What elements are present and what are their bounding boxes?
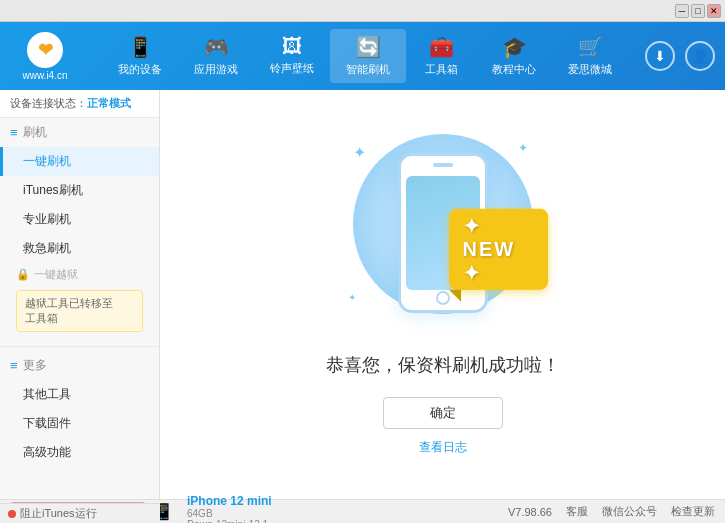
jailbreak-category: 🔒 一键越狱 bbox=[8, 263, 151, 286]
star-decoration-2: ✦ bbox=[518, 141, 528, 155]
wallpaper-icon: 🖼 bbox=[282, 35, 302, 58]
star-decoration-1: ✦ bbox=[353, 143, 366, 162]
maximize-button[interactable]: □ bbox=[691, 4, 705, 18]
more-category-label: 更多 bbox=[23, 357, 47, 374]
nav-tutorial[interactable]: 🎓 教程中心 bbox=[476, 29, 552, 83]
bottom-right: V7.98.66 客服 微信公众号 检查更新 bbox=[508, 504, 715, 519]
sidebar-section-flash: ≡ 刷机 一键刷机 iTunes刷机 专业刷机 救急刷机 bbox=[0, 118, 159, 263]
new-banner: ✦ NEW ✦ bbox=[449, 209, 548, 290]
download-button[interactable]: ⬇ bbox=[645, 41, 675, 71]
sidebar-item-advanced[interactable]: 高级功能 bbox=[0, 438, 159, 467]
nav-my-device[interactable]: 📱 我的设备 bbox=[102, 29, 178, 83]
my-device-icon: 📱 bbox=[128, 35, 153, 59]
sidebar-item-itunes-flash[interactable]: iTunes刷机 bbox=[0, 176, 159, 205]
close-button[interactable]: ✕ bbox=[707, 4, 721, 18]
itunes-status: 阻止iTunes运行 bbox=[0, 503, 160, 523]
nav-smart-flash-label: 智能刷机 bbox=[346, 62, 390, 77]
sidebar-category-flash: ≡ 刷机 bbox=[0, 118, 159, 147]
new-badge-text: ✦ NEW ✦ bbox=[449, 209, 548, 290]
device-status-label: 设备连接状态： bbox=[10, 97, 87, 109]
sidebar-item-one-key-flash[interactable]: 一键刷机 bbox=[0, 147, 159, 176]
user-button[interactable]: 👤 bbox=[685, 41, 715, 71]
nav-toolbox[interactable]: 🧰 工具箱 bbox=[406, 29, 476, 83]
phone-notch bbox=[433, 163, 453, 167]
toolbox-icon: 🧰 bbox=[429, 35, 454, 59]
more-category-icon: ≡ bbox=[10, 358, 18, 373]
sidebar-section-more: ≡ 更多 其他工具 下载固件 高级功能 bbox=[0, 351, 159, 467]
nav-weidian-label: 爱思微城 bbox=[568, 62, 612, 77]
logo-text: www.i4.cn bbox=[22, 70, 67, 81]
confirm-button[interactable]: 确定 bbox=[383, 397, 503, 429]
title-bar: ─ □ ✕ bbox=[0, 0, 725, 22]
main-area: 设备连接状态：正常模式 ≡ 刷机 一键刷机 iTunes刷机 专业刷机 救急刷机 bbox=[0, 90, 725, 499]
nav-tutorial-label: 教程中心 bbox=[492, 62, 536, 77]
jailbreak-lock-icon: 🔒 bbox=[16, 268, 30, 281]
content-area: ✦ NEW ✦ ✦ ✦ ✦ 恭喜您，保资料刷机成功啦！ 确定 查看日志 bbox=[160, 90, 725, 499]
sidebar-item-pro-flash[interactable]: 专业刷机 bbox=[0, 205, 159, 234]
nav-toolbox-label: 工具箱 bbox=[425, 62, 458, 77]
star-decoration-3: ✦ bbox=[348, 292, 356, 303]
success-message: 恭喜您，保资料刷机成功啦！ bbox=[326, 353, 560, 377]
sidebar-category-more: ≡ 更多 bbox=[0, 351, 159, 380]
logo-icon: ❤ bbox=[27, 32, 63, 68]
nav-wallpaper-label: 铃声壁纸 bbox=[270, 61, 314, 76]
nav-weidian[interactable]: 🛒 爱思微城 bbox=[552, 29, 628, 83]
device-storage: 64GB bbox=[187, 508, 272, 519]
jailbreak-notice-container: 🔒 一键越狱 越狱工具已转移至工具箱 bbox=[0, 263, 159, 342]
flash-category-icon: ≡ bbox=[10, 125, 18, 140]
device-info: iPhone 12 mini 64GB Down-12mini-13,1 bbox=[187, 494, 272, 524]
nav-bar: 📱 我的设备 🎮 应用游戏 🖼 铃声壁纸 🔄 智能刷机 🧰 工具箱 🎓 教程中心… bbox=[95, 29, 635, 83]
minimize-button[interactable]: ─ bbox=[675, 4, 689, 18]
sidebar-divider bbox=[0, 346, 159, 347]
device-name: iPhone 12 mini bbox=[187, 494, 272, 508]
apps-games-icon: 🎮 bbox=[204, 35, 229, 59]
header: ❤ www.i4.cn 📱 我的设备 🎮 应用游戏 🖼 铃声壁纸 🔄 智能刷机 … bbox=[0, 22, 725, 90]
nav-apps-games-label: 应用游戏 bbox=[194, 62, 238, 77]
itunes-status-text: 阻止iTunes运行 bbox=[20, 506, 97, 521]
sidebar-item-other-tools[interactable]: 其他工具 bbox=[0, 380, 159, 409]
flash-category-label: 刷机 bbox=[23, 124, 47, 141]
ribbon-tail-left bbox=[449, 290, 461, 302]
itunes-dot bbox=[8, 510, 16, 518]
device-status-value: 正常模式 bbox=[87, 97, 131, 109]
header-right-buttons[interactable]: ⬇ 👤 bbox=[645, 41, 715, 71]
sidebar: 设备连接状态：正常模式 ≡ 刷机 一键刷机 iTunes刷机 专业刷机 救急刷机 bbox=[0, 90, 160, 499]
smart-flash-icon: 🔄 bbox=[356, 35, 381, 59]
sidebar-item-save-flash[interactable]: 救急刷机 bbox=[0, 234, 159, 263]
nav-apps-games[interactable]: 🎮 应用游戏 bbox=[178, 29, 254, 83]
wechat-link[interactable]: 微信公众号 bbox=[602, 504, 657, 519]
success-illustration: ✦ NEW ✦ ✦ ✦ ✦ bbox=[333, 133, 553, 333]
jailbreak-notice: 越狱工具已转移至工具箱 bbox=[16, 290, 143, 332]
window-controls[interactable]: ─ □ ✕ bbox=[675, 4, 721, 18]
phone-home-button bbox=[436, 291, 450, 305]
guide-link[interactable]: 查看日志 bbox=[419, 439, 467, 456]
device-status: 设备连接状态：正常模式 bbox=[0, 90, 159, 118]
nav-smart-flash[interactable]: 🔄 智能刷机 bbox=[330, 29, 406, 83]
device-model: Down-12mini-13,1 bbox=[187, 519, 272, 524]
tutorial-icon: 🎓 bbox=[502, 35, 527, 59]
nav-wallpaper[interactable]: 🖼 铃声壁纸 bbox=[254, 29, 330, 83]
nav-my-device-label: 我的设备 bbox=[118, 62, 162, 77]
sidebar-item-download-fw[interactable]: 下载固件 bbox=[0, 409, 159, 438]
version-text: V7.98.66 bbox=[508, 506, 552, 518]
support-link[interactable]: 客服 bbox=[566, 504, 588, 519]
logo: ❤ www.i4.cn bbox=[10, 32, 80, 81]
check-update-link[interactable]: 检查更新 bbox=[671, 504, 715, 519]
weidian-icon: 🛒 bbox=[578, 35, 603, 59]
